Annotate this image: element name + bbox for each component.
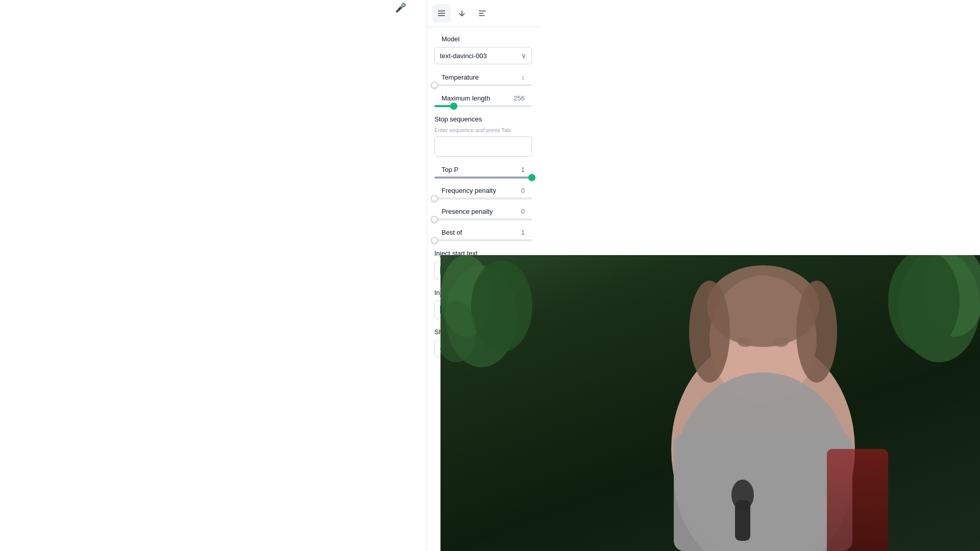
temperature-label: Temperature [442,73,479,81]
frequency-penalty-row: Frequency penalty 0 [434,187,532,194]
stop-sequences-hint: Enter sequence and press Tab [434,127,532,133]
best-of-row: Best of 1 [434,229,532,236]
sidebar-toolbar [427,0,539,27]
model-chevron-icon: ∨ [521,52,526,60]
svg-point-8 [471,260,532,352]
adjust-button[interactable] [473,4,492,22]
top-p-value: 1 [521,166,525,173]
presence-penalty-value: 0 [521,208,525,215]
max-length-row: Maximum length 256 [434,94,532,102]
frequency-penalty-slider-thumb[interactable] [431,195,438,202]
max-length-slider-thumb[interactable] [450,103,457,110]
temperature-slider-track[interactable] [434,84,532,86]
top-p-section: Top P 1 [427,166,539,179]
mic-icon-container: 🎤 [393,0,408,15]
presence-penalty-row: Presence penalty 0 [434,208,532,215]
stop-sequences-label: Stop sequences [434,115,532,123]
temperature-row: Temperature ↕ [434,73,532,81]
stop-sequences-section: Stop sequences Enter sequence and press … [427,115,539,157]
red-accent [827,449,888,551]
main-content-area [0,0,419,551]
best-of-section: Best of 1 [427,229,539,241]
best-of-slider-thumb[interactable] [431,237,438,244]
plant-left [440,255,543,434]
svg-point-21 [773,337,789,347]
top-p-slider-fill [434,177,532,179]
settings-view-button[interactable] [432,4,451,22]
svg-point-20 [738,337,753,347]
top-p-row: Top P 1 [434,166,532,173]
webcam-overlay [440,255,980,551]
svg-point-23 [731,480,754,510]
presence-penalty-slider-thumb[interactable] [431,216,438,223]
top-p-slider-thumb[interactable] [528,174,535,181]
max-length-value: 256 [513,94,525,102]
presence-penalty-slider-track[interactable] [434,218,532,220]
frequency-penalty-slider-track[interactable] [434,197,532,199]
model-dropdown[interactable]: text-davinci-003 ∨ [434,47,532,64]
best-of-slider-track[interactable] [434,239,532,241]
svg-point-17 [796,281,837,383]
model-selected-value: text-davinci-003 [440,52,487,60]
max-length-section: Maximum length 256 [427,94,539,107]
model-section: Model text-davinci-003 ∨ [427,35,539,64]
max-length-label: Maximum length [442,94,490,102]
presence-penalty-section: Presence penalty 0 [427,208,539,220]
presence-penalty-label: Presence penalty [442,208,493,215]
temperature-cursor-icon: ↕ [522,73,525,81]
download-button[interactable] [453,4,471,22]
frequency-penalty-section: Frequency penalty 0 [427,187,539,199]
best-of-label: Best of [442,229,462,236]
top-p-slider-track[interactable] [434,177,532,179]
microphone-icon: 🎤 [395,2,406,13]
temperature-section: Temperature ↕ [427,73,539,86]
frequency-penalty-label: Frequency penalty [442,187,496,194]
svg-rect-19 [674,434,852,551]
stop-sequences-input[interactable] [434,136,532,157]
temperature-slider-thumb[interactable] [431,82,438,89]
frequency-penalty-value: 0 [521,187,525,194]
svg-point-16 [689,281,730,383]
model-label: Model [434,35,532,43]
max-length-slider-track[interactable] [434,105,532,107]
top-p-label: Top P [442,166,458,173]
best-of-value: 1 [521,229,525,236]
webcam-video-content [440,255,980,551]
